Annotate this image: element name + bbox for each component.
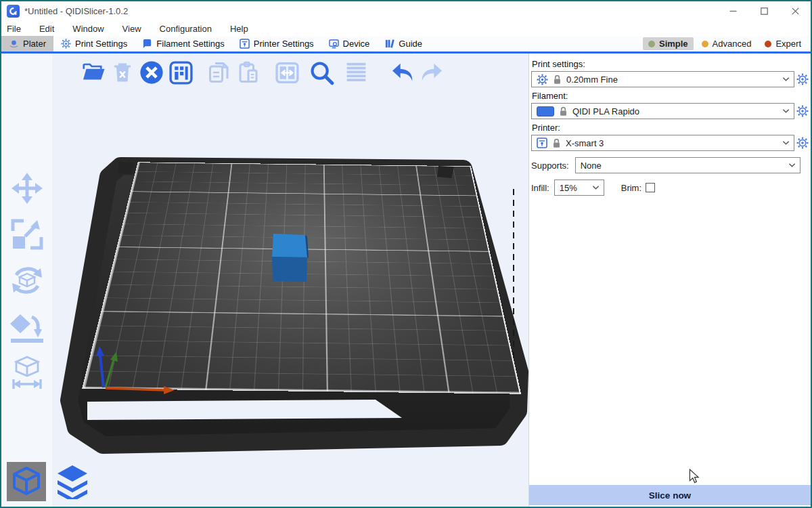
paste-button[interactable]: [235, 59, 262, 86]
window-title: *Untitled - QIDISlicer-1.0.2: [24, 6, 128, 16]
gear-icon: [61, 39, 71, 49]
edit-printer-button[interactable]: [794, 137, 811, 149]
brim-checkbox[interactable]: [646, 183, 655, 192]
guide-books-icon: [384, 39, 394, 49]
rotate-tool-button[interactable]: [9, 262, 45, 299]
open-folder-button[interactable]: [80, 59, 107, 86]
measure-icon: [9, 355, 45, 390]
simple-mode-dot: [648, 41, 655, 47]
menu-file[interactable]: File: [7, 24, 30, 34]
layer-height-icon: [344, 60, 369, 85]
preview-view-button[interactable]: [53, 462, 92, 501]
mode-simple[interactable]: Simple: [643, 37, 694, 50]
3d-editor-view-button[interactable]: [7, 462, 46, 501]
menu-help[interactable]: Help: [230, 24, 257, 34]
delete-trash-icon: [110, 60, 135, 85]
view-switch: [7, 462, 92, 501]
printer-combo[interactable]: X-smart 3: [531, 135, 794, 151]
mode-selector: Simple Advanced Expert: [643, 36, 811, 51]
supports-label: Supports:: [531, 161, 569, 171]
expert-mode-dot: [765, 41, 771, 47]
scale-icon: [10, 217, 44, 251]
move-tool-button[interactable]: [9, 170, 45, 207]
chevron-down-icon: [782, 108, 790, 114]
mode-advanced[interactable]: Advanced: [696, 37, 757, 50]
edit-print-settings-button[interactable]: [794, 73, 811, 85]
delete-all-button[interactable]: [138, 59, 165, 86]
copy-icon: [207, 60, 231, 85]
gear-icon: [796, 137, 809, 149]
split-objects-button[interactable]: [273, 59, 300, 86]
plater-toolbar: [80, 59, 447, 86]
minimize-button[interactable]: [717, 1, 748, 21]
close-button[interactable]: [780, 1, 811, 21]
place-on-face-icon: [9, 309, 45, 344]
undo-button[interactable]: [389, 59, 416, 86]
lock-icon: [552, 138, 561, 148]
arrange-button[interactable]: [167, 59, 194, 86]
printer-icon: [537, 137, 547, 148]
open-folder-icon: [81, 60, 106, 85]
scale-tool-button[interactable]: [9, 216, 45, 253]
copy-button[interactable]: [206, 59, 233, 86]
rotate-icon: [9, 263, 45, 298]
filament-icon: [142, 39, 152, 49]
supports-combo[interactable]: None: [575, 157, 800, 173]
search-button[interactable]: [308, 59, 335, 86]
undo-icon: [389, 59, 416, 86]
chevron-down-icon: [788, 163, 796, 168]
menu-bar: File Edit Window View Configuration Help: [1, 21, 811, 36]
menu-edit[interactable]: Edit: [39, 24, 63, 34]
chevron-down-icon: [782, 77, 790, 82]
tab-filament-settings[interactable]: Filament Settings: [135, 36, 231, 51]
gear-icon: [537, 74, 548, 85]
plater-icon: [9, 39, 19, 49]
move-icon: [10, 171, 44, 205]
print-settings-combo[interactable]: 0.20mm Fine: [531, 71, 794, 87]
edit-filament-button[interactable]: [794, 105, 811, 117]
lock-icon: [553, 75, 562, 85]
chevron-down-icon: [592, 185, 600, 190]
infill-label: Infill:: [531, 183, 549, 193]
variable-layer-height-button[interactable]: [342, 59, 369, 86]
app-logo-icon: [7, 5, 20, 18]
3d-viewport[interactable]: [1, 54, 528, 507]
filament-color-swatch: [537, 106, 554, 117]
gear-icon: [796, 73, 809, 85]
build-plate[interactable]: [82, 162, 521, 394]
app-window: *Untitled - QIDISlicer-1.0.2 File Edit W…: [0, 0, 812, 508]
brim-label: Brim:: [621, 183, 641, 193]
preview-layers-icon: [55, 464, 90, 499]
arrange-icon: [168, 60, 194, 85]
filament-combo[interactable]: QIDI PLA Rapido: [531, 103, 794, 119]
tab-guide[interactable]: Guide: [377, 36, 430, 51]
mode-expert[interactable]: Expert: [759, 37, 807, 50]
menu-view[interactable]: View: [122, 24, 150, 34]
menu-window[interactable]: Window: [72, 24, 112, 34]
advanced-mode-dot: [702, 41, 708, 47]
delete-all-icon: [139, 60, 164, 85]
settings-sidebar: Print settings: 0.20mm Fine Filament: QI…: [528, 54, 811, 507]
chevron-down-icon: [782, 140, 790, 146]
printer-icon: [240, 39, 250, 49]
tab-print-settings[interactable]: Print Settings: [53, 36, 135, 51]
redo-icon: [418, 59, 445, 86]
print-settings-label: Print settings:: [532, 59, 811, 69]
delete-button[interactable]: [109, 59, 136, 86]
maximize-button[interactable]: [748, 1, 780, 21]
redo-button[interactable]: [418, 59, 445, 86]
place-on-face-tool-button[interactable]: [9, 308, 45, 345]
paste-icon: [236, 60, 261, 85]
slice-now-button[interactable]: Slice now: [529, 485, 811, 505]
gear-icon: [796, 105, 809, 117]
3d-view-cube-icon: [11, 466, 42, 497]
filament-label: Filament:: [532, 91, 811, 101]
tab-plater[interactable]: Plater: [1, 36, 53, 51]
tab-device[interactable]: Device: [321, 36, 378, 51]
measure-tool-button[interactable]: [9, 354, 45, 391]
printer-label: Printer:: [532, 123, 811, 133]
device-icon: [329, 39, 339, 49]
menu-configuration[interactable]: Configuration: [160, 24, 221, 34]
infill-combo[interactable]: 15%: [554, 179, 604, 196]
tab-printer-settings[interactable]: Printer Settings: [232, 36, 321, 51]
